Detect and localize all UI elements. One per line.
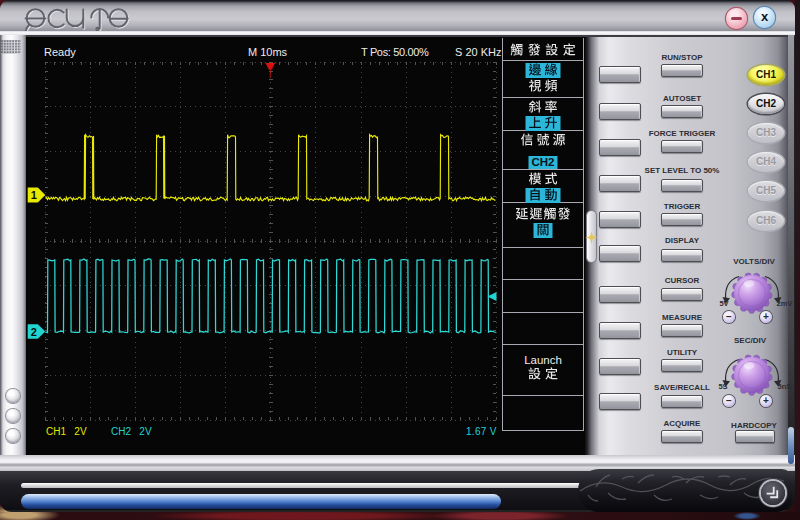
svg-text:2: 2 <box>31 326 37 338</box>
svg-text:1: 1 <box>31 189 37 201</box>
